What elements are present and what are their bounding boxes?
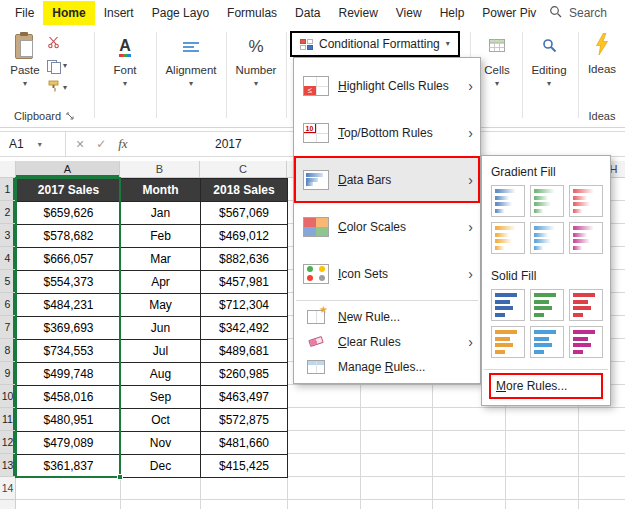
paste-button[interactable]: Paste ▾	[6, 32, 44, 104]
table-cell[interactable]: Oct	[121, 409, 201, 432]
tab-help[interactable]: Help	[431, 1, 474, 25]
menu-item-clear-rules[interactable]: Clear Rules›	[294, 329, 480, 354]
databar-option-gradient-4[interactable]	[491, 222, 525, 254]
row-header-3[interactable]: 3	[0, 224, 15, 247]
row-header-7[interactable]: 7	[0, 316, 15, 339]
conditional-formatting-button[interactable]: Conditional Formatting ▾	[290, 31, 460, 57]
row-header-14[interactable]: 14	[0, 477, 15, 500]
row-header-13[interactable]: 13	[0, 454, 15, 477]
number-group-button[interactable]: % Number ▾	[230, 32, 282, 108]
menu-item-highlight-cells-rules[interactable]: ≤Highlight Cells Rules›	[294, 62, 480, 109]
row-header-11[interactable]: 11	[0, 408, 15, 431]
table-cell[interactable]: $369,693	[17, 317, 121, 340]
table-cell[interactable]: $479,089	[17, 432, 121, 455]
databar-option-gradient-3[interactable]	[569, 185, 603, 217]
table-cell[interactable]: $260,985	[201, 363, 288, 386]
table-cell[interactable]: $734,553	[17, 340, 121, 363]
row-header-1[interactable]: 1	[0, 178, 15, 201]
databar-option-solid-1[interactable]	[491, 289, 525, 321]
table-cell[interactable]: $659,626	[17, 202, 121, 225]
row-header-10[interactable]: 10	[0, 385, 15, 408]
alignment-group-button[interactable]: Alignment ▾	[160, 32, 222, 108]
row-header-9[interactable]: 9	[0, 362, 15, 385]
row-header-2[interactable]: 2	[0, 201, 15, 224]
cut-button[interactable]	[47, 37, 67, 51]
table-cell[interactable]: Jan	[121, 202, 201, 225]
databar-option-gradient-6[interactable]	[569, 222, 603, 254]
table-cell[interactable]: Sep	[121, 386, 201, 409]
databar-option-gradient-2[interactable]	[530, 185, 564, 217]
tab-home[interactable]: Home	[43, 1, 94, 25]
tab-insert[interactable]: Insert	[95, 1, 143, 25]
databar-option-solid-5[interactable]	[530, 326, 564, 358]
search-box[interactable]: Search	[549, 5, 625, 21]
table-cell[interactable]: Dec	[121, 455, 201, 478]
tab-review[interactable]: Review	[329, 1, 386, 25]
table-cell[interactable]: Aug	[121, 363, 201, 386]
table-cell[interactable]: Jun	[121, 317, 201, 340]
format-painter-button[interactable]: ▾	[47, 81, 67, 95]
table-cell[interactable]: $489,681	[201, 340, 288, 363]
table-cell[interactable]: Mar	[121, 248, 201, 271]
table-cell[interactable]: Jul	[121, 340, 201, 363]
copy-button[interactable]: ▾	[47, 59, 67, 73]
tab-view[interactable]: View	[387, 1, 431, 25]
table-cell[interactable]: $480,951	[17, 409, 121, 432]
table-cell[interactable]: $415,425	[201, 455, 288, 478]
databar-option-solid-6[interactable]	[569, 326, 603, 358]
table-cell[interactable]: $469,012	[201, 225, 288, 248]
header-cell[interactable]: 2017 Sales	[17, 179, 121, 202]
column-header-b[interactable]: B	[120, 161, 200, 177]
table-cell[interactable]: Apr	[121, 271, 201, 294]
cancel-icon[interactable]: ×	[76, 136, 84, 152]
table-cell[interactable]: $481,660	[201, 432, 288, 455]
table-cell[interactable]: $484,231	[17, 294, 121, 317]
tab-formulas[interactable]: Formulas	[218, 1, 286, 25]
table-cell[interactable]: May	[121, 294, 201, 317]
menu-item-top-bottom-rules[interactable]: 10Top/Bottom Rules›	[294, 109, 480, 156]
row-header-4[interactable]: 4	[0, 247, 15, 270]
table-cell[interactable]: $458,016	[17, 386, 121, 409]
insert-function-icon[interactable]: fx	[118, 136, 127, 152]
column-header-c[interactable]: C	[200, 161, 287, 177]
databar-option-solid-2[interactable]	[530, 289, 564, 321]
ideas-button[interactable]: Ideas	[582, 31, 622, 101]
table-cell[interactable]: $572,875	[201, 409, 288, 432]
table-cell[interactable]: $578,682	[17, 225, 121, 248]
table-cell[interactable]: $666,057	[17, 248, 121, 271]
table-cell[interactable]: Nov	[121, 432, 201, 455]
formula-bar-value[interactable]: 2017	[215, 132, 242, 156]
table-cell[interactable]: $554,373	[17, 271, 121, 294]
menu-item-data-bars[interactable]: Data Bars›	[294, 156, 480, 203]
table-cell[interactable]: Feb	[121, 225, 201, 248]
editing-group-button[interactable]: Editing ▾	[524, 32, 574, 108]
table-cell[interactable]: $567,069	[201, 202, 288, 225]
tab-power-piv[interactable]: Power Piv	[473, 1, 545, 25]
tab-file[interactable]: File	[6, 1, 43, 25]
select-all-corner[interactable]	[0, 161, 16, 177]
more-rules-item[interactable]: More Rules...	[491, 375, 601, 397]
databar-option-gradient-1[interactable]	[491, 185, 525, 217]
row-header-6[interactable]: 6	[0, 293, 15, 316]
databar-option-gradient-5[interactable]	[530, 222, 564, 254]
dialog-launcher-icon[interactable]	[66, 110, 74, 122]
fill-handle[interactable]	[117, 474, 123, 480]
row-header-12[interactable]: 12	[0, 431, 15, 454]
menu-item-color-scales[interactable]: Color Scales›	[294, 203, 480, 250]
row-header-8[interactable]: 8	[0, 339, 15, 362]
column-header-a[interactable]: A	[16, 161, 120, 177]
databar-option-solid-4[interactable]	[491, 326, 525, 358]
header-cell[interactable]: 2018 Sales	[201, 179, 288, 202]
table-cell[interactable]: $361,837	[17, 455, 121, 478]
menu-item-icon-sets[interactable]: Icon Sets›	[294, 250, 480, 297]
name-box-dropdown-icon[interactable]: ▾	[38, 140, 42, 149]
table-cell[interactable]: $457,981	[201, 271, 288, 294]
name-box[interactable]: A1 ▾	[0, 132, 66, 156]
row-header-5[interactable]: 5	[0, 270, 15, 293]
menu-item-new-rule[interactable]: ★New Rule...	[294, 304, 480, 329]
enter-icon[interactable]: ✓	[96, 137, 106, 151]
table-cell[interactable]: $463,497	[201, 386, 288, 409]
databar-option-solid-3[interactable]	[569, 289, 603, 321]
tab-page-layo[interactable]: Page Layo	[143, 1, 218, 25]
header-cell[interactable]: Month	[121, 179, 201, 202]
